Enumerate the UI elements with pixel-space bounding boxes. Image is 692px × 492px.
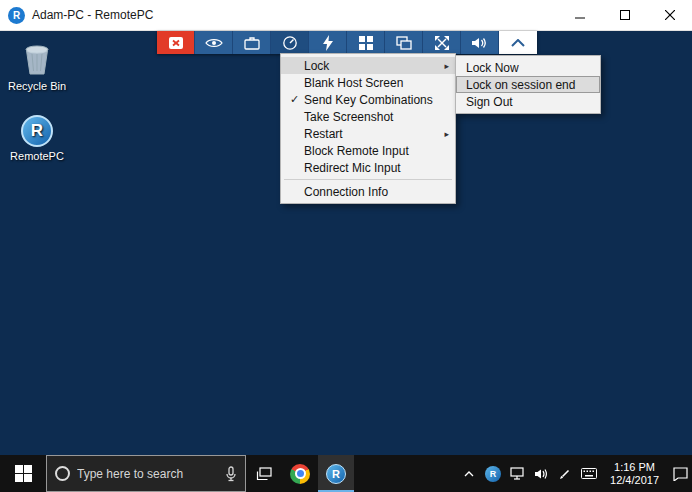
view-button[interactable] [195,31,233,54]
task-view-icon [256,467,272,481]
menu-item-take-screenshot[interactable]: Take Screenshot [281,108,455,125]
action-center-button[interactable] [668,455,692,492]
task-view-button[interactable] [246,455,282,492]
taskbar-app-remotepc[interactable]: R [318,455,354,492]
keyboard-icon [581,468,597,479]
chevron-up-icon [464,471,474,477]
microphone-icon[interactable] [225,466,237,482]
apps-grid-icon [359,36,373,50]
submenu-item-lock-on-session-end[interactable]: Lock on session end [456,76,600,93]
pen-icon [559,468,571,480]
performance-button[interactable] [309,31,347,54]
network-icon [510,467,524,480]
recycle-bin-icon [4,41,70,77]
menu-item-label: Send Key Combinations [304,93,449,107]
menu-item-blank-host-screen[interactable]: Blank Host Screen [281,74,455,91]
switch-screen-icon [396,36,412,50]
submenu-item-label: Lock Now [466,61,519,75]
submenu-item-sign-out[interactable]: Sign Out [456,93,600,110]
eye-icon [205,36,223,50]
session-options-menu: Lock ▸ Blank Host Screen ✓ Send Key Comb… [280,53,456,204]
submenu-arrow-icon: ▸ [439,61,449,71]
desktop-icon-remotepc[interactable]: R RemotePC [4,111,70,162]
tray-network[interactable] [505,455,529,492]
collapse-chevron-icon [511,39,525,47]
start-button[interactable] [0,455,46,492]
menu-item-label: Take Screenshot [304,110,449,124]
tray-expand-button[interactable] [457,455,481,492]
desktop-icon-recycle-bin[interactable]: Recycle Bin [4,41,70,92]
clock-time: 1:16 PM [610,461,659,474]
session-gauge-icon [282,35,298,51]
close-button[interactable] [647,0,692,30]
menu-item-label: Blank Host Screen [304,76,449,90]
remote-desktop-viewport: Recycle Bin R RemotePC [0,31,692,455]
submenu-item-lock-now[interactable]: Lock Now [456,59,600,76]
minimize-icon [575,10,585,20]
minimize-button[interactable] [557,0,602,30]
remote-desktop-window: R Adam-PC - RemotePC Recy [0,0,692,492]
lock-submenu: Lock Now Lock on session end Sign Out [455,55,601,114]
speaker-icon [471,36,489,50]
disconnect-button[interactable] [157,31,195,54]
tray-pen[interactable] [553,455,577,492]
volume-icon [534,468,549,480]
menu-item-connection-info[interactable]: Connection Info [281,183,455,200]
tools-button[interactable] [233,31,271,54]
taskbar: R R [0,455,692,492]
menu-item-label: Restart [304,127,439,141]
close-icon [665,10,675,20]
submenu-item-label: Lock on session end [466,78,575,92]
fullscreen-button[interactable] [423,31,461,54]
menu-item-label: Lock [304,59,439,73]
desktop-icon-label: Recycle Bin [4,80,70,92]
menu-item-label: Connection Info [304,185,449,199]
maximize-icon [620,10,630,20]
disconnect-icon [168,36,184,50]
checkmark-icon: ✓ [285,93,304,106]
menu-separator [284,179,452,180]
remotepc-desktop-icon: R [4,111,70,147]
menu-item-block-remote-input[interactable]: Block Remote Input [281,142,455,159]
action-center-icon [673,467,688,481]
taskbar-clock[interactable]: 1:16 PM 12/4/2017 [601,461,668,487]
sound-button[interactable] [461,31,499,54]
session-options-button[interactable] [271,31,309,54]
tray-volume[interactable] [529,455,553,492]
taskbar-search[interactable] [46,455,246,492]
search-input[interactable] [77,467,218,481]
remote-session-toolbar [157,31,537,54]
window-title: Adam-PC - RemotePC [32,8,153,22]
desktop-icon-label: RemotePC [4,150,70,162]
submenu-item-label: Sign Out [466,95,513,109]
collapse-toolbar-button[interactable] [499,31,537,54]
menu-item-lock[interactable]: Lock ▸ [281,57,455,74]
menu-item-redirect-mic-input[interactable]: Redirect Mic Input [281,159,455,176]
briefcase-icon [244,36,260,50]
fullscreen-icon [434,35,450,51]
cortana-icon [55,466,70,481]
tray-keyboard[interactable] [577,455,601,492]
chrome-icon [290,464,310,484]
menu-item-restart[interactable]: Restart ▸ [281,125,455,142]
apps-button[interactable] [347,31,385,54]
menu-item-label: Redirect Mic Input [304,161,449,175]
switch-screen-button[interactable] [385,31,423,54]
menu-item-send-key-combinations[interactable]: ✓ Send Key Combinations [281,91,455,108]
menu-item-label: Block Remote Input [304,144,449,158]
title-bar: R Adam-PC - RemotePC [0,0,692,31]
remotepc-tray-icon: R [485,466,501,482]
lightning-icon [322,35,334,51]
remotepc-icon: R [326,464,346,484]
maximize-button[interactable] [602,0,647,30]
windows-logo-icon [15,465,32,482]
submenu-arrow-icon: ▸ [439,129,449,139]
tray-remotepc[interactable]: R [481,455,505,492]
taskbar-app-chrome[interactable] [282,455,318,492]
window-controls [557,0,692,30]
clock-date: 12/4/2017 [610,474,659,487]
system-tray: R [457,455,692,492]
remotepc-app-icon: R [8,7,25,24]
